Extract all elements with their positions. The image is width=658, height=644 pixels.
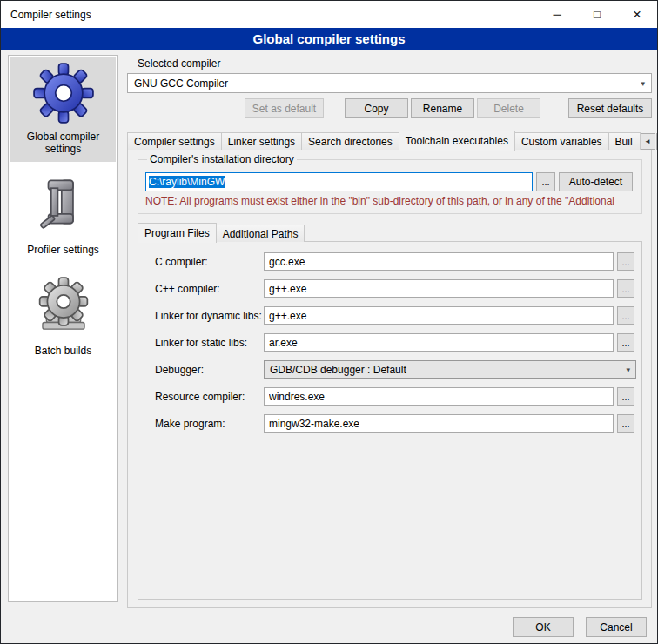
program-field-row: Linker for dynamic libs: ... (155, 306, 634, 325)
batch-builds-gear-icon (33, 277, 94, 338)
profiler-clamp-icon (33, 176, 94, 237)
settings-tabstrip: Compiler settings Linker settings Search… (127, 130, 652, 150)
tab-compiler-settings[interactable]: Compiler settings (127, 132, 222, 150)
install-dir-browse-button[interactable]: ... (536, 172, 555, 191)
tab-toolchain-executables[interactable]: Toolchain executables (399, 131, 515, 151)
toolchain-executables-panel: Compiler's installation directory C:\ray… (127, 149, 652, 608)
tab-search-directories[interactable]: Search directories (301, 132, 400, 150)
tab-scroll-left-button[interactable]: ◄ (641, 133, 655, 150)
rename-button[interactable]: Rename (411, 98, 474, 118)
sidebar-item-profiler-settings[interactable]: Profiler settings (10, 171, 116, 263)
chevron-down-icon: ▾ (626, 366, 630, 374)
cancel-button[interactable]: Cancel (586, 617, 647, 637)
program-field-row: Debugger: GDB/CDB debugger : Default ▾ (155, 360, 634, 379)
page-title: Global compiler settings (1, 28, 657, 50)
tab-custom-variables[interactable]: Custom variables (514, 132, 609, 150)
close-icon: × (633, 6, 641, 23)
program-field-row: C++ compiler: ... (155, 279, 634, 298)
tab-build-options-clipped[interactable]: Buil (608, 132, 641, 150)
copy-button[interactable]: Copy (345, 98, 408, 118)
install-dir-input[interactable]: C:\raylib\MinGW (145, 172, 533, 191)
programs-tabstrip: Program Files Additional Paths (138, 222, 304, 242)
sidebar-item-label: Batch builds (35, 345, 91, 357)
set-as-default-button[interactable]: Set as default (245, 98, 324, 118)
installation-directory-row: C:\raylib\MinGW ... Auto-detect (145, 172, 634, 191)
debugger-label: Debugger: (155, 364, 264, 376)
make-program-browse-button[interactable]: ... (617, 414, 634, 433)
c-compiler-label: C compiler: (155, 256, 264, 268)
compiler-settings-window: Compiler settings ─ □ × Global compiler … (0, 0, 658, 644)
window-controls: ─ □ × (537, 1, 657, 28)
blue-gear-icon (33, 63, 94, 124)
resource-compiler-input[interactable] (264, 387, 614, 406)
window-title: Compiler settings (1, 9, 91, 21)
dynamic-linker-browse-button[interactable]: ... (617, 306, 634, 325)
titlebar: Compiler settings ─ □ × (1, 1, 657, 28)
program-field-row: Make program: ... (155, 414, 634, 433)
static-linker-browse-button[interactable]: ... (617, 333, 634, 352)
debugger-dropdown[interactable]: GDB/CDB debugger : Default ▾ (264, 360, 636, 379)
make-program-label: Make program: (155, 418, 264, 430)
install-dir-selected-text: C:\raylib\MinGW (149, 176, 225, 188)
static-linker-input[interactable] (264, 333, 614, 352)
sidebar-item-batch-builds[interactable]: Batch builds (10, 272, 116, 364)
program-field-row: Resource compiler: ... (155, 387, 634, 406)
static-linker-label: Linker for static libs: (155, 337, 264, 349)
program-files-panel: C compiler: ... C++ compiler: ... Linker… (138, 241, 642, 600)
c-compiler-browse-button[interactable]: ... (617, 252, 634, 271)
delete-button[interactable]: Delete (477, 98, 540, 118)
resource-compiler-browse-button[interactable]: ... (617, 387, 634, 406)
cpp-compiler-input[interactable] (264, 279, 614, 298)
tab-program-files[interactable]: Program Files (138, 223, 217, 243)
compiler-actions: Set as default Copy Rename Delete Reset … (127, 98, 652, 118)
program-field-row: C compiler: ... (155, 252, 634, 271)
maximize-icon: □ (594, 8, 601, 21)
installation-directory-group-title: Compiler's installation directory (147, 153, 297, 165)
c-compiler-input[interactable] (264, 252, 614, 271)
maximize-button[interactable]: □ (577, 1, 617, 28)
sidebar-item-label: Global compiler settings (12, 131, 114, 155)
arrow-left-icon: ◄ (644, 138, 651, 145)
chevron-down-icon: ▾ (641, 79, 645, 88)
auto-detect-button[interactable]: Auto-detect (559, 172, 633, 191)
installation-directory-groupbox: Compiler's installation directory C:\ray… (138, 153, 642, 214)
dynamic-linker-input[interactable] (264, 306, 614, 325)
close-button[interactable]: × (617, 1, 657, 28)
selected-compiler-dropdown[interactable]: GNU GCC Compiler ▾ (127, 73, 652, 93)
tab-linker-settings[interactable]: Linker settings (221, 132, 302, 150)
selected-compiler-label: Selected compiler (138, 57, 220, 70)
make-program-input[interactable] (264, 414, 614, 433)
resource-compiler-label: Resource compiler: (155, 391, 264, 403)
cpp-compiler-browse-button[interactable]: ... (617, 279, 634, 298)
debugger-value: GDB/CDB debugger : Default (270, 364, 406, 376)
selected-compiler-value: GNU GCC Compiler (134, 77, 228, 90)
settings-sidebar: Global compiler settings Profiler settin… (8, 55, 118, 602)
bin-subdirectory-note: NOTE: All programs must exist either in … (145, 195, 634, 207)
sidebar-item-label: Profiler settings (27, 244, 99, 256)
reset-defaults-button[interactable]: Reset defaults (568, 98, 652, 118)
program-field-row: Linker for static libs: ... (155, 333, 634, 352)
minimize-icon: ─ (553, 8, 561, 21)
cpp-compiler-label: C++ compiler: (155, 283, 264, 295)
tab-additional-paths[interactable]: Additional Paths (216, 225, 306, 242)
ok-button[interactable]: OK (513, 617, 574, 637)
dynamic-linker-label: Linker for dynamic libs: (155, 310, 264, 322)
sidebar-item-global-compiler-settings[interactable]: Global compiler settings (10, 57, 116, 162)
minimize-button[interactable]: ─ (537, 1, 577, 28)
tab-scroll-buttons: ◄ ► (640, 133, 658, 150)
